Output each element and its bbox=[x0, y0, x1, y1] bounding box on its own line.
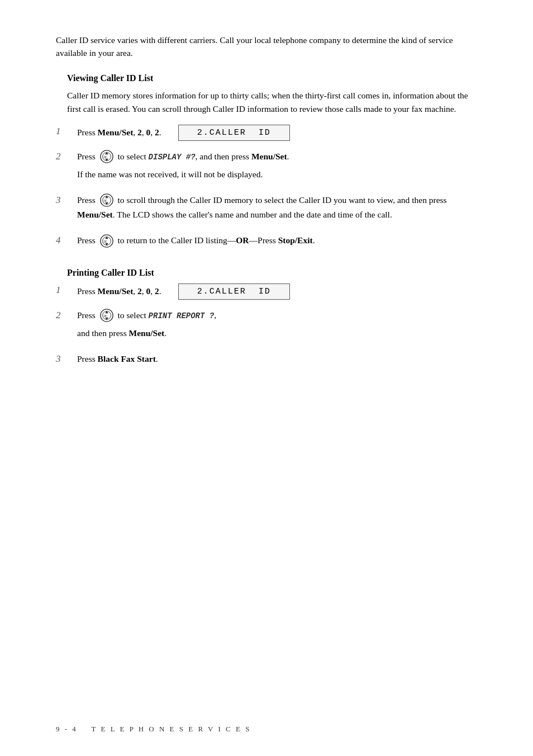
print-step1-content: Press Menu/Set, 2, 0, 2. 2.CALLER ID bbox=[77, 284, 477, 300]
svg-marker-12 bbox=[105, 237, 108, 239]
footer-label: T E L E P H O N E S E R V I C E S bbox=[92, 725, 251, 733]
page: Caller ID service varies with different … bbox=[0, 0, 533, 756]
print-step1-2b: 2 bbox=[155, 286, 159, 296]
step-number-2: 2 bbox=[56, 151, 73, 162]
step-number-4: 4 bbox=[56, 235, 73, 246]
svg-text:or: or bbox=[103, 314, 107, 318]
step-number-1: 1 bbox=[56, 126, 73, 137]
step1-menuset: Menu/Set bbox=[98, 127, 134, 137]
scroll-icon-4: or bbox=[99, 234, 114, 248]
print-step2-sub: and then press Menu/Set. bbox=[77, 327, 477, 340]
step-4-view: 4 Press or to return to the Caller ID li… bbox=[56, 234, 477, 252]
section-viewing: Viewing Caller ID List Caller ID memory … bbox=[56, 73, 477, 252]
svg-text:or: or bbox=[103, 155, 107, 159]
svg-text:or: or bbox=[103, 239, 107, 243]
lcd-box-2: 2.CALLER ID bbox=[178, 284, 290, 300]
print-step3-text: Press Black Fax Start. bbox=[77, 352, 477, 366]
step4-stopexit: Stop/Exit bbox=[278, 235, 313, 245]
print-step2-content: Press or to select PRINT REPORT ?, and t… bbox=[77, 309, 477, 343]
step4-content: Press or to return to the Caller ID list… bbox=[77, 234, 477, 252]
print-step-1: 1 Press Menu/Set, 2, 0, 2. 2.CALLER ID bbox=[56, 284, 477, 300]
step2-text: Press or to select DISPLAY #?, and then … bbox=[77, 150, 477, 164]
section-printing: Printing Caller ID List 1 Press Menu/Set… bbox=[56, 268, 477, 369]
svg-marker-2 bbox=[105, 152, 108, 155]
print-step1-text: Press Menu/Set, 2, 0, 2. bbox=[77, 285, 161, 298]
scroll-icon-2: or bbox=[99, 149, 114, 164]
step3-menuset: Menu/Set bbox=[77, 210, 113, 219]
print-step2-code: PRINT REPORT ? bbox=[149, 311, 215, 320]
step1-content: Press Menu/Set, 2, 0, 2. 2.CALLER ID bbox=[77, 125, 477, 141]
print-step1-0: 0 bbox=[146, 286, 151, 296]
print-step1-menuset: Menu/Set bbox=[98, 286, 134, 296]
footer-page: 9 - 4 bbox=[56, 725, 78, 733]
lcd-box-1: 2.CALLER ID bbox=[178, 125, 290, 141]
section1-desc: Caller ID memory stores information for … bbox=[67, 89, 477, 116]
print-step1-2: 2 bbox=[137, 286, 142, 296]
svg-marker-17 bbox=[105, 311, 108, 314]
step1-text: Press Menu/Set, 2, 0, 2. bbox=[77, 126, 161, 139]
print-step3-blackfax: Black Fax Start bbox=[98, 354, 156, 363]
scroll-icon-print-2: or bbox=[99, 308, 114, 323]
print-step3-content: Press Black Fax Start. bbox=[77, 352, 477, 369]
step-2-view: 2 Press or to select DISPLAY #?, and the… bbox=[56, 150, 477, 185]
svg-marker-18 bbox=[105, 318, 108, 320]
step2-sub: If the name was not received, it will no… bbox=[77, 168, 477, 181]
svg-marker-3 bbox=[105, 159, 108, 162]
svg-text:or: or bbox=[103, 199, 107, 202]
step1-202: 2 bbox=[137, 127, 142, 137]
section1-title: Viewing Caller ID List bbox=[67, 73, 477, 83]
step-1-view: 1 Press Menu/Set, 2, 0, 2. 2.CALLER ID bbox=[56, 125, 477, 141]
step1-0: 0 bbox=[146, 127, 151, 137]
step2-menuset: Menu/Set bbox=[251, 152, 287, 161]
svg-marker-7 bbox=[105, 196, 108, 199]
scroll-icon-3: or bbox=[99, 193, 114, 207]
print-step-number-3: 3 bbox=[56, 353, 73, 365]
step3-text: Press or to scroll through the Caller ID… bbox=[77, 193, 477, 221]
step3-content: Press or to scroll through the Caller ID… bbox=[77, 193, 477, 225]
intro-text: Caller ID service varies with different … bbox=[56, 34, 477, 60]
print-step-2: 2 Press or to select PRINT REPORT ?, and… bbox=[56, 309, 477, 343]
step4-text: Press or to return to the Caller ID list… bbox=[77, 234, 477, 248]
step-number-3: 3 bbox=[56, 195, 73, 206]
step1-2b: 2 bbox=[155, 127, 159, 137]
svg-marker-13 bbox=[105, 243, 108, 246]
step-3-view: 3 Press or to scroll through the Caller … bbox=[56, 193, 477, 225]
footer: 9 - 4 T E L E P H O N E S E R V I C E S bbox=[56, 725, 251, 734]
print-step2-menuset: Menu/Set bbox=[129, 328, 165, 338]
step4-or: OR bbox=[236, 235, 249, 245]
print-step-number-2: 2 bbox=[56, 310, 73, 321]
print-step-number-1: 1 bbox=[56, 285, 73, 296]
section2-title: Printing Caller ID List bbox=[67, 268, 477, 278]
print-step-3: 3 Press Black Fax Start. bbox=[56, 352, 477, 369]
print-step2-text: Press or to select PRINT REPORT ?, bbox=[77, 309, 477, 323]
svg-marker-8 bbox=[105, 202, 108, 205]
step2-display-code: DISPLAY #? bbox=[149, 153, 196, 162]
step2-content: Press or to select DISPLAY #?, and then … bbox=[77, 150, 477, 185]
